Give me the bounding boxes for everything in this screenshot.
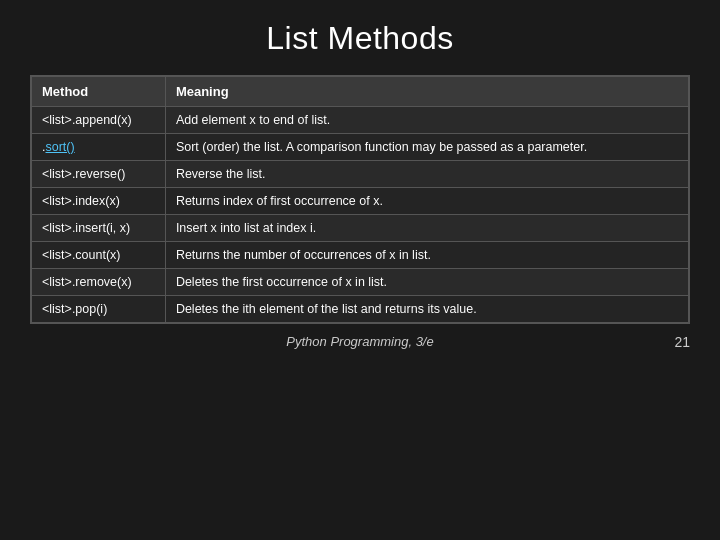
footer-text: Python Programming, 3/e xyxy=(286,334,433,349)
meaning-cell: Deletes the ith element of the list and … xyxy=(165,296,688,323)
table-row: .sort()Sort (order) the list. A comparis… xyxy=(32,134,689,161)
page-title: List Methods xyxy=(266,20,453,57)
table-row: <list>.pop(i)Deletes the ith element of … xyxy=(32,296,689,323)
footer-page-number: 21 xyxy=(674,334,690,350)
methods-table: Method Meaning <list>.append(x)Add eleme… xyxy=(31,76,689,323)
method-cell: <list>.count(x) xyxy=(32,242,166,269)
method-cell: <list>.insert(i, x) xyxy=(32,215,166,242)
method-cell: <list>.append(x) xyxy=(32,107,166,134)
meaning-cell: Deletes the first occurrence of x in lis… xyxy=(165,269,688,296)
table-row: <list>.append(x)Add element x to end of … xyxy=(32,107,689,134)
method-cell: <list>.index(x) xyxy=(32,188,166,215)
method-cell: <list>.pop(i) xyxy=(32,296,166,323)
table-row: <list>.count(x)Returns the number of occ… xyxy=(32,242,689,269)
table-header-row: Method Meaning xyxy=(32,77,689,107)
meaning-cell: Reverse the list. xyxy=(165,161,688,188)
page: List Methods Method Meaning <list>.appen… xyxy=(0,0,720,540)
table-row: <list>.insert(i, x)Insert x into list at… xyxy=(32,215,689,242)
method-cell: <list>.remove(x) xyxy=(32,269,166,296)
table-row: <list>.remove(x)Deletes the first occurr… xyxy=(32,269,689,296)
table-row: <list>.index(x)Returns index of first oc… xyxy=(32,188,689,215)
method-cell: <list>.reverse() xyxy=(32,161,166,188)
table-row: <list>.reverse()Reverse the list. xyxy=(32,161,689,188)
method-cell: .sort() xyxy=(32,134,166,161)
col-header-method: Method xyxy=(32,77,166,107)
meaning-cell: Sort (order) the list. A comparison func… xyxy=(165,134,688,161)
meaning-cell: Returns the number of occurrences of x i… xyxy=(165,242,688,269)
meaning-cell: Returns index of first occurrence of x. xyxy=(165,188,688,215)
col-header-meaning: Meaning xyxy=(165,77,688,107)
meaning-cell: Insert x into list at index i. xyxy=(165,215,688,242)
methods-table-container: Method Meaning <list>.append(x)Add eleme… xyxy=(30,75,690,324)
footer: Python Programming, 3/e 21 xyxy=(30,334,690,349)
meaning-cell: Add element x to end of list. xyxy=(165,107,688,134)
